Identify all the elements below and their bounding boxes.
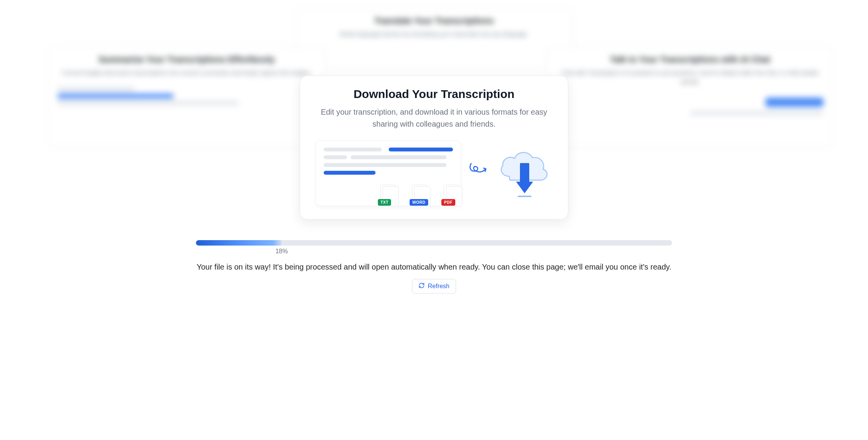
transcript-preview: TXT WORD PDF	[316, 140, 461, 206]
refresh-button-label: Refresh	[428, 283, 449, 290]
card-subtitle: Edit your transcription, and download it…	[316, 106, 552, 130]
progress-percent-label: 18%	[275, 248, 672, 255]
card-illustration: TXT WORD PDF	[316, 140, 552, 206]
progress-bar-fill	[196, 240, 281, 246]
svg-rect-0	[520, 163, 529, 182]
bg-card-desc: Convert lengthy discussion transcription…	[57, 69, 316, 77]
bg-card-title: Translate Your Transcriptions	[305, 16, 563, 26]
progress-section: 18%	[196, 240, 672, 255]
refresh-icon	[419, 282, 425, 290]
arrow-swirl-icon	[468, 160, 487, 187]
format-word: WORD	[410, 184, 433, 209]
bg-card-summarize: Summarize Your Transcriptions Effortless…	[48, 46, 325, 147]
svg-rect-1	[518, 196, 532, 197]
format-badges: TXT WORD PDF	[378, 184, 465, 209]
format-txt-label: TXT	[378, 199, 391, 206]
bg-card-desc: Chat with Transkriptor's AI assistant to…	[556, 69, 823, 86]
progress-bar	[196, 240, 672, 246]
format-pdf-label: PDF	[441, 199, 455, 206]
bg-card-ai-chat: Talk to Your Transcriptions with AI Chat…	[547, 46, 833, 147]
refresh-button-wrap: Refresh	[412, 279, 456, 294]
bg-card-desc: Break language barriers by translating y…	[305, 30, 563, 39]
card-title: Download Your Transcription	[316, 88, 552, 101]
bg-card-title: Talk to Your Transcriptions with AI Chat	[556, 55, 823, 65]
format-pdf: PDF	[441, 184, 465, 209]
cloud-download-icon	[494, 144, 552, 202]
bg-card-translate: Translate Your Transcriptions Break lang…	[295, 8, 573, 70]
page-root: Translate Your Transcriptions Break lang…	[0, 0, 868, 440]
format-word-label: WORD	[410, 199, 428, 206]
format-txt: TXT	[378, 184, 401, 209]
background-blur-layer: Translate Your Transcriptions Break lang…	[0, 0, 868, 440]
bg-card-title: Summarize Your Transcriptions Effortless…	[57, 55, 316, 65]
refresh-button[interactable]: Refresh	[412, 279, 456, 294]
download-card: Download Your Transcription Edit your tr…	[300, 76, 568, 220]
status-message: Your file is on its way! It's being proc…	[196, 263, 672, 272]
